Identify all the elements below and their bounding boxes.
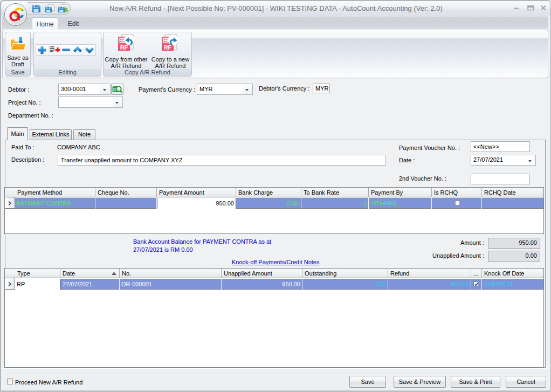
svg-text:RF: RF — [164, 44, 172, 51]
svg-text:RF: RF — [120, 44, 128, 51]
